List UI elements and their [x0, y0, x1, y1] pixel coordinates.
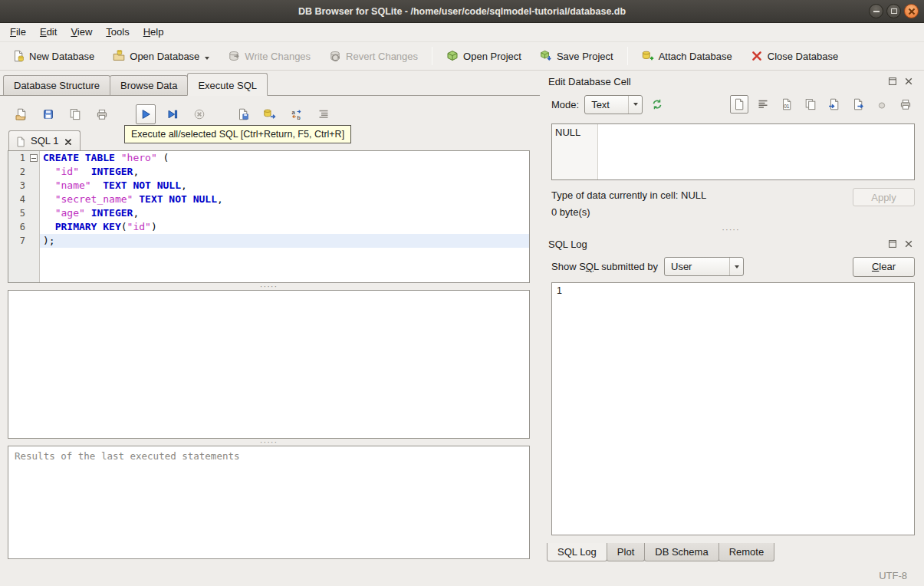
- toolbar-separator: [627, 47, 628, 65]
- attach-database-icon: [642, 50, 654, 62]
- word-wrap-button[interactable]: [754, 95, 772, 114]
- open-sql-file-button[interactable]: [12, 104, 31, 124]
- combo-arrow-icon: [628, 96, 642, 114]
- dock-splitter-handle[interactable]: [545, 226, 916, 233]
- toolbar-separator: [432, 47, 432, 65]
- close-panel-button[interactable]: [903, 238, 915, 250]
- edit-cell-title: Edit Database Cell: [548, 76, 631, 87]
- open-project-button[interactable]: Open Project: [439, 45, 528, 67]
- menu-item-view[interactable]: View: [64, 23, 99, 41]
- edit-cell-header: Edit Database Cell: [545, 71, 916, 90]
- find-replace-icon: ab: [291, 108, 303, 120]
- fold-column[interactable]: [28, 151, 39, 165]
- cell-import-icon: [828, 98, 840, 110]
- binary-view-button[interactable]: 01: [778, 95, 796, 114]
- sql-log-area[interactable]: 1: [551, 282, 915, 535]
- close-tab-icon[interactable]: [63, 136, 74, 146]
- minimize-button[interactable]: [869, 4, 883, 18]
- close-database-button[interactable]: Close Database: [744, 45, 846, 67]
- window-controls: [869, 4, 919, 18]
- editor-code-area[interactable]: CREATE TABLE "hero" ( "id" INTEGER, "nam…: [40, 151, 529, 282]
- open-database-button[interactable]: Open Database: [106, 45, 216, 67]
- code-line[interactable]: CREATE TABLE "hero" (: [40, 151, 529, 165]
- import-cell-data-button[interactable]: [825, 95, 843, 114]
- dropdown-caret-icon[interactable]: [205, 57, 209, 60]
- cell-auto-refresh-button[interactable]: [648, 95, 666, 114]
- code-line[interactable]: "name" TEXT NOT NULL,: [40, 179, 529, 193]
- open-sql-file-new-tab-button[interactable]: [65, 104, 85, 124]
- cell-editor-gutter: NULL: [552, 124, 598, 179]
- results-grid[interactable]: [8, 290, 530, 439]
- set-null-button[interactable]: [873, 95, 891, 114]
- mode-combo[interactable]: Text: [584, 95, 643, 114]
- cell-editor-body[interactable]: [598, 124, 914, 179]
- fold-marker-icon[interactable]: [30, 154, 38, 162]
- cell-info: Type of data currently in cell: NULL 0 b…: [545, 180, 916, 226]
- float-icon: [886, 238, 899, 250]
- save-project-button[interactable]: Save Project: [533, 45, 620, 67]
- code-line[interactable]: "secret_name" TEXT NOT NULL,: [40, 193, 529, 206]
- export-results-button[interactable]: [260, 104, 280, 124]
- toolbar-label: Save Project: [557, 51, 613, 62]
- menu-item-help[interactable]: Help: [136, 23, 171, 41]
- code-line[interactable]: "age" INTEGER,: [40, 206, 529, 220]
- format-sql-button[interactable]: [314, 104, 334, 124]
- close-icon: [903, 75, 915, 87]
- toolbar-label: Open Project: [463, 51, 521, 62]
- tab-database-structure[interactable]: Database Structure: [3, 75, 110, 95]
- menu-item-edit[interactable]: Edit: [33, 23, 64, 41]
- line-number: 4: [8, 193, 28, 206]
- execute-all-button[interactable]: [136, 104, 156, 124]
- dock-tab-plot[interactable]: Plot: [607, 543, 645, 561]
- gutter-row: 4: [8, 193, 39, 206]
- clear-log-button[interactable]: Clear: [853, 257, 915, 277]
- log-filter-combo[interactable]: User: [664, 257, 744, 276]
- attach-database-button[interactable]: Attach Database: [635, 45, 739, 67]
- print-sql-button[interactable]: [92, 104, 112, 124]
- cell-editor[interactable]: NULL: [551, 123, 915, 180]
- float-panel-button[interactable]: [886, 75, 899, 87]
- title-bar[interactable]: DB Browser for SQLite - /home/user/code/…: [0, 0, 924, 23]
- copy-cell-button[interactable]: [801, 95, 820, 114]
- text-view-button[interactable]: [730, 95, 748, 114]
- write-changes-icon: [228, 50, 240, 62]
- code-line[interactable]: );: [40, 234, 529, 248]
- main-content: Database StructureBrowse DataExecute SQL…: [0, 71, 924, 565]
- dock-tab-remote[interactable]: Remote: [718, 543, 775, 561]
- print-cell-button[interactable]: [896, 95, 915, 114]
- close-window-button[interactable]: [904, 4, 919, 18]
- fold-column: [28, 234, 39, 248]
- float-icon: [886, 75, 899, 87]
- svg-text:b: b: [298, 114, 301, 121]
- new-database-button[interactable]: New Database: [5, 45, 101, 67]
- menu-item-file[interactable]: File: [3, 23, 33, 41]
- menu-item-tools[interactable]: Tools: [99, 23, 136, 41]
- dock-tab-sql-log[interactable]: SQL Log: [547, 543, 607, 561]
- find-replace-button[interactable]: ab: [287, 104, 307, 124]
- code-line[interactable]: PRIMARY KEY("id"): [40, 220, 529, 234]
- gutter-row: 2: [8, 165, 39, 179]
- save-sql-file-button[interactable]: [38, 104, 58, 124]
- close-panel-button[interactable]: [903, 75, 915, 87]
- tab-execute-sql[interactable]: Execute SQL: [187, 73, 268, 96]
- export-cell-data-button[interactable]: [849, 95, 867, 114]
- sql-editor-tab[interactable]: SQL 1: [8, 130, 81, 150]
- dock-tab-db-schema[interactable]: DB Schema: [644, 543, 718, 561]
- save-results-button[interactable]: [233, 104, 253, 124]
- sql-editor[interactable]: 1234567 CREATE TABLE "hero" ( "id" INTEG…: [8, 150, 530, 283]
- code-line[interactable]: "id" INTEGER,: [40, 165, 529, 179]
- results-message-pane[interactable]: Results of the last executed statements: [8, 446, 530, 559]
- combo-arrow-icon: [729, 258, 743, 275]
- splitter-handle-top[interactable]: [8, 283, 530, 290]
- open-project-icon: [446, 50, 459, 62]
- execute-sql-page: ab SQL 1 1234567 CREATE TABLE "hero" ( "…: [0, 96, 540, 565]
- execute-current-line-button[interactable]: [163, 104, 182, 124]
- fold-column: [28, 179, 39, 193]
- editor-gutter: 1234567: [8, 151, 40, 282]
- maximize-button[interactable]: [886, 4, 901, 18]
- tab-browse-data[interactable]: Browse Data: [110, 75, 188, 95]
- splitter-handle-bottom[interactable]: [8, 439, 530, 446]
- cell-toolbar: 01: [730, 95, 915, 114]
- close-icon: [908, 8, 916, 15]
- float-panel-button[interactable]: [886, 238, 899, 250]
